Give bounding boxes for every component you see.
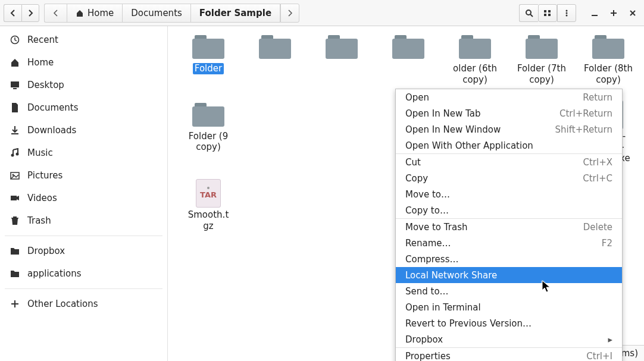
folder-icon bbox=[259, 35, 291, 59]
ctx-move-to-[interactable]: Move to… bbox=[396, 186, 622, 202]
folder-icon bbox=[392, 35, 424, 59]
forward-button[interactable] bbox=[21, 4, 39, 22]
svg-point-8 bbox=[566, 14, 568, 16]
music-icon bbox=[10, 148, 20, 158]
svg-rect-4 bbox=[544, 14, 546, 16]
sidebar: RecentHomeDesktopDocumentsDownloadsMusic… bbox=[0, 26, 168, 361]
doc-icon bbox=[10, 103, 20, 112]
sidebar-item-desktop[interactable]: Desktop bbox=[0, 74, 167, 96]
ctx-cut[interactable]: CutCtrl+X bbox=[396, 154, 622, 170]
folder-icon bbox=[526, 35, 558, 59]
ctx-rename-[interactable]: Rename…F2 bbox=[396, 235, 622, 251]
folder-icon bbox=[10, 269, 20, 278]
svg-line-1 bbox=[530, 14, 533, 17]
ctx-open-in-new-tab[interactable]: Open In New TabCtrl+Return bbox=[396, 105, 622, 121]
svg-rect-5 bbox=[548, 14, 551, 16]
crumb-current[interactable]: Folder Sample bbox=[190, 4, 280, 23]
file-label: Folder (9copy) bbox=[189, 131, 229, 153]
svg-point-7 bbox=[566, 12, 568, 14]
menu-button[interactable] bbox=[557, 4, 576, 22]
sidebar-item-music[interactable]: Music bbox=[0, 142, 167, 164]
folder-icon bbox=[326, 35, 358, 59]
sidebar-item-videos[interactable]: Videos bbox=[0, 187, 167, 209]
svg-rect-21 bbox=[11, 196, 17, 200]
sidebar-item-dropbox[interactable]: Dropbox bbox=[0, 240, 167, 262]
folder-icon bbox=[592, 35, 624, 59]
svg-rect-2 bbox=[544, 10, 546, 12]
folder-icon bbox=[10, 247, 20, 255]
trash-icon bbox=[10, 216, 20, 225]
folder-icon bbox=[459, 35, 491, 59]
svg-rect-16 bbox=[13, 88, 17, 89]
crumb-home[interactable]: Home bbox=[67, 4, 122, 23]
tar-icon: TAR bbox=[196, 179, 221, 208]
crumb-documents[interactable]: Documents bbox=[122, 4, 190, 23]
file-item[interactable] bbox=[308, 33, 375, 86]
ctx-copy[interactable]: CopyCtrl+C bbox=[396, 170, 622, 186]
ctx-send-to-[interactable]: Send to… bbox=[396, 283, 622, 299]
sidebar-item-recent[interactable]: Recent bbox=[0, 29, 167, 51]
ctx-properties[interactable]: PropertiesCtrl+I bbox=[396, 348, 622, 361]
ctx-open[interactable]: OpenReturn bbox=[396, 89, 622, 105]
close-button[interactable] bbox=[625, 5, 640, 21]
ctx-open-with-other-application[interactable]: Open With Other Application bbox=[396, 137, 622, 153]
breadcrumb: Home Documents Folder Sample bbox=[44, 4, 518, 23]
home-icon bbox=[10, 58, 20, 67]
sidebar-item-applications[interactable]: applications bbox=[0, 262, 167, 285]
minimize-button[interactable] bbox=[587, 5, 602, 21]
sidebar-item-pictures[interactable]: Pictures bbox=[0, 164, 167, 187]
file-item[interactable]: TARSmooth.tgz bbox=[175, 180, 242, 232]
plus-icon bbox=[10, 300, 20, 308]
ctx-dropbox[interactable]: Dropbox bbox=[396, 331, 622, 347]
crumb-home-label: Home bbox=[87, 8, 114, 18]
file-label: Smooth.tgz bbox=[188, 209, 229, 232]
clock-icon bbox=[10, 35, 20, 45]
toolbar: Home Documents Folder Sample bbox=[0, 0, 644, 26]
context-menu: OpenReturnOpen In New TabCtrl+ReturnOpen… bbox=[395, 89, 623, 361]
crumb-back-icon[interactable] bbox=[44, 4, 67, 23]
search-button[interactable] bbox=[519, 4, 538, 22]
sidebar-item-home[interactable]: Home bbox=[0, 51, 167, 74]
svg-rect-15 bbox=[11, 81, 19, 87]
file-label: Folder (7th copy) bbox=[512, 63, 571, 86]
file-label: Folder bbox=[193, 63, 224, 74]
ctx-compress-[interactable]: Compress… bbox=[396, 251, 622, 267]
ctx-local-network-share[interactable]: Local Network Share bbox=[396, 267, 622, 283]
file-item[interactable]: Folder (9copy) bbox=[175, 101, 242, 164]
ctx-move-to-trash[interactable]: Move to TrashDelete bbox=[396, 219, 622, 235]
file-item[interactable] bbox=[242, 33, 308, 86]
back-button[interactable] bbox=[4, 4, 21, 22]
ctx-open-in-new-window[interactable]: Open In New WindowShift+Return bbox=[396, 121, 622, 137]
file-label: older (6th copy) bbox=[445, 63, 505, 86]
maximize-button[interactable] bbox=[606, 5, 621, 21]
ctx-revert-to-previous-version-[interactable]: Revert to Previous Version… bbox=[396, 315, 622, 331]
home-icon bbox=[76, 9, 84, 17]
sidebar-item-downloads[interactable]: Downloads bbox=[0, 119, 167, 142]
sidebar-item-other-locations[interactable]: Other Locations bbox=[0, 293, 167, 315]
content-area: Folderolder (6th copy)Folder (7th copy)F… bbox=[168, 26, 644, 361]
file-item[interactable] bbox=[375, 33, 442, 86]
ctx-open-in-terminal[interactable]: Open in Terminal bbox=[396, 299, 622, 315]
svg-point-17 bbox=[11, 154, 14, 157]
videos-icon bbox=[10, 193, 20, 203]
file-item[interactable]: older (6th copy) bbox=[442, 33, 508, 86]
file-item[interactable]: Folder bbox=[175, 33, 242, 86]
mouse-cursor bbox=[542, 280, 551, 293]
folder-icon bbox=[192, 35, 224, 59]
desktop-icon bbox=[10, 80, 20, 90]
svg-point-0 bbox=[526, 10, 531, 15]
folder-icon bbox=[192, 103, 224, 127]
file-item[interactable]: Folder (8th copy) bbox=[575, 33, 642, 86]
view-mode-button[interactable] bbox=[538, 4, 557, 22]
svg-rect-22 bbox=[13, 216, 17, 218]
svg-point-18 bbox=[16, 153, 19, 156]
sidebar-item-trash[interactable]: Trash bbox=[0, 209, 167, 232]
svg-point-6 bbox=[566, 10, 568, 11]
file-label: Folder (8th copy) bbox=[579, 63, 638, 86]
svg-rect-23 bbox=[11, 218, 18, 219]
sidebar-item-documents[interactable]: Documents bbox=[0, 96, 167, 119]
download-icon bbox=[10, 125, 20, 135]
ctx-copy-to-[interactable]: Copy to… bbox=[396, 202, 622, 218]
file-item[interactable]: Folder (7th copy) bbox=[508, 33, 575, 86]
crumb-expand[interactable] bbox=[280, 4, 299, 23]
